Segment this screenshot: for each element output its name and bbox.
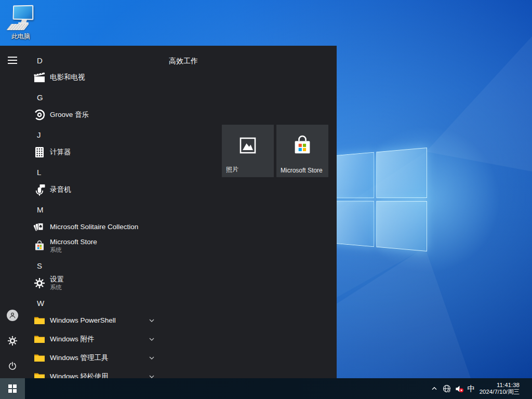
logo-pane [376,148,427,198]
user-avatar-icon [7,310,18,321]
app-item-calculator[interactable]: 计算器 [29,143,163,162]
this-pc-desktop-icon[interactable]: 此电脑 [5,4,36,41]
logo-pane [376,201,427,251]
logo-pane [331,152,374,198]
chevron-down-icon[interactable] [148,354,156,362]
tile-group-title: 高效工作 [169,57,198,66]
letter-label: J [37,130,41,139]
start-menu-rail [0,46,25,378]
tray-show-hidden-icons-button[interactable] [429,378,440,399]
app-item-solitaire[interactable]: Microsoft Solitaire Collection [29,218,163,236]
folder-icon [33,333,46,345]
clock-date: 2024/7/10/周三 [480,389,520,395]
power-icon [7,361,18,371]
folder-icon [33,352,46,364]
store-icon [33,240,46,252]
tray-clock[interactable]: 11:41:38 2024/7/10/周三 [470,378,520,399]
clock-time: 11:41:38 [497,382,520,389]
calculator-icon [33,146,46,158]
solitaire-icon [33,221,46,233]
section-letter-D[interactable]: D [29,51,163,70]
this-pc-label: 此电脑 [11,32,30,41]
app-sublabel: 系统 [50,284,64,291]
folder-icon [33,314,46,327]
section-letter-W[interactable]: W [29,294,163,312]
tray-volume-button[interactable] [454,378,465,399]
section-letter-M[interactable]: M [29,200,163,219]
app-item-groove-music[interactable]: Groove 音乐 [29,105,163,124]
folder-icon [33,370,46,378]
app-label: 设置 [50,275,64,284]
app-item-settings[interactable]: 设置 系统 [29,272,163,295]
tile-photos[interactable]: 照片 [222,125,274,177]
tile-label: Microsoft Store [281,167,323,174]
folder-item-windows-accessories[interactable]: Windows 附件 [29,330,163,349]
section-letter-G[interactable]: G [29,88,163,107]
app-list: D 电影和电视 G Groove 音乐 J [29,46,163,378]
app-label: Microsoft Solitaire Collection [50,223,138,231]
photos-icon [239,137,257,156]
globe-no-internet-icon [442,384,451,393]
start-menu: D 电影和电视 G Groove 音乐 J [0,46,337,378]
app-label: Windows 附件 [50,335,95,343]
section-letter-J[interactable]: J [29,125,163,144]
speaker-muted-icon [455,384,464,394]
app-label: Groove 音乐 [50,111,89,119]
chevron-down-icon[interactable] [148,335,156,343]
app-label: Windows 轻松使用 [50,373,109,378]
start-button[interactable] [0,378,25,399]
computer-icon [8,4,34,31]
app-label: 计算器 [50,148,71,156]
logo-pane [331,201,374,247]
groove-music-icon [33,109,46,121]
taskbar: 中 11:41:38 2024/7/10/周三 [0,378,532,399]
app-label: Windows 管理工具 [50,354,109,362]
letter-label: S [37,261,42,270]
letter-label: M [37,205,44,214]
app-label: Windows PowerShell [50,316,116,325]
app-item-movies-tv[interactable]: 电影和电视 [29,68,163,87]
chevron-down-icon[interactable] [148,316,156,325]
app-item-voice-recorder[interactable]: 录音机 [29,180,163,199]
tile-microsoft-store[interactable]: Microsoft Store [276,125,328,177]
hamburger-menu-icon[interactable] [6,54,19,66]
letter-label: G [37,93,43,102]
app-label: Microsoft Store [50,238,97,246]
folder-item-windows-ease-of-access[interactable]: Windows 轻松使用 [29,367,163,378]
app-label: 录音机 [50,185,71,194]
user-account-button[interactable] [6,309,19,322]
section-letter-L[interactable]: L [29,163,163,181]
letter-label: L [37,168,41,177]
letter-label: D [37,56,43,65]
chevron-up-icon [430,384,438,393]
store-icon [290,134,314,159]
tray-network-button[interactable] [441,378,453,399]
windows-logo-icon [8,384,17,393]
chevron-down-icon[interactable] [148,373,156,378]
settings-gear-icon [33,277,46,289]
voice-recorder-icon [33,183,46,196]
letter-label: W [37,299,44,308]
app-sublabel: 系统 [50,246,97,254]
folder-item-windows-powershell[interactable]: Windows PowerShell [29,311,163,330]
settings-button[interactable] [6,335,19,347]
app-item-microsoft-store[interactable]: Microsoft Store 系统 [29,234,163,257]
monitor-shape [13,5,34,20]
wallpaper-windows-logo [331,148,427,251]
gear-icon [7,336,18,346]
power-button[interactable] [6,360,19,372]
folder-item-windows-admin-tools[interactable]: Windows 管理工具 [29,349,163,367]
tile-label: 照片 [226,165,238,174]
keyboard-shape [6,24,29,30]
app-label: 电影和电视 [50,73,85,82]
movies-tv-icon [33,71,46,84]
